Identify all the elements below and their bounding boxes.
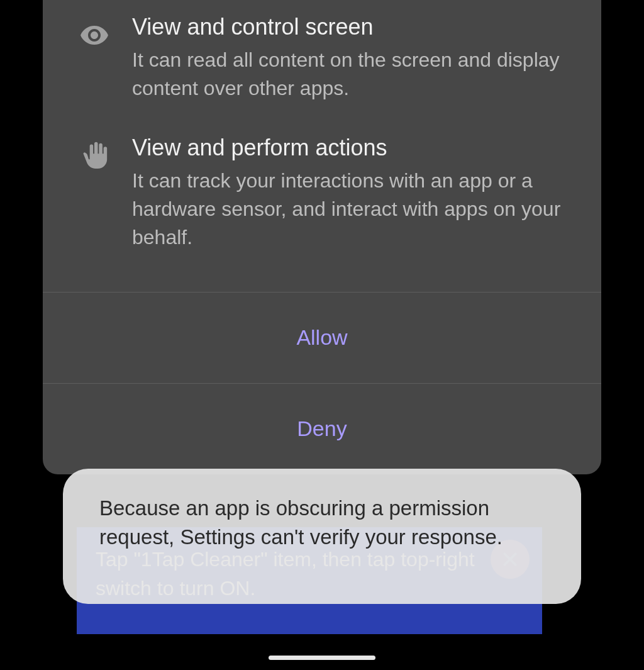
deny-button-label: Deny <box>297 416 347 441</box>
permission-list: View and control screen It can read all … <box>43 0 601 292</box>
system-toast: Because an app is obscuring a permission… <box>63 469 581 604</box>
permission-item-view-screen: View and control screen It can read all … <box>43 0 601 121</box>
permission-description: It can track your interactions with an a… <box>132 167 570 251</box>
permission-item-perform-actions: View and perform actions It can track yo… <box>43 121 601 270</box>
deny-button[interactable]: Deny <box>43 383 601 474</box>
permission-dialog: View and control screen It can read all … <box>43 0 601 474</box>
permission-description: It can read all content on the screen an… <box>132 46 570 103</box>
allow-button-label: Allow <box>296 325 347 350</box>
permission-title: View and control screen <box>132 13 570 42</box>
nav-pill <box>269 656 375 660</box>
toast-text: Because an app is obscuring a permission… <box>99 496 502 549</box>
hand-icon <box>75 133 113 169</box>
gesture-nav-bar[interactable] <box>0 645 644 670</box>
permission-title: View and perform actions <box>132 133 570 163</box>
allow-button[interactable]: Allow <box>43 292 601 383</box>
permission-text: View and perform actions It can track yo… <box>113 133 576 251</box>
permission-text: View and control screen It can read all … <box>113 13 576 102</box>
eye-icon <box>75 13 113 50</box>
